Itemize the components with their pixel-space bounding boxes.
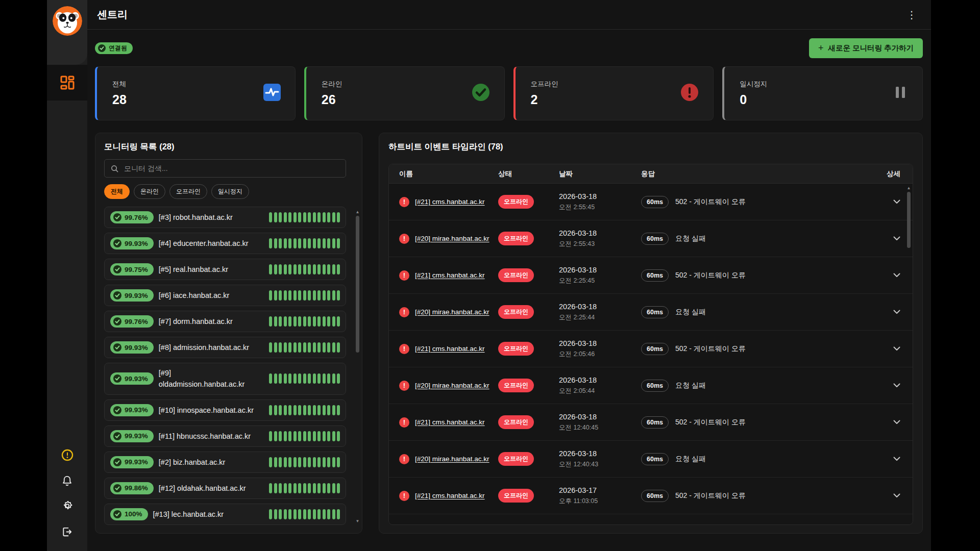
chevron-down-icon[interactable]: [893, 273, 900, 278]
stat-label: 일시정지: [740, 80, 767, 89]
heartbeat-bar: [293, 509, 297, 519]
monitor-link[interactable]: [#21] cms.hanbat.ac.kr: [415, 492, 485, 499]
heartbeat-bar: [313, 373, 316, 384]
monitor-search-input[interactable]: [123, 164, 339, 173]
heartbeat-table: 이름상태날짜응답상세 ![#21] cms.hanbat.ac.kr오프라인20…: [388, 164, 913, 525]
event-time: 오전 2:55:43: [559, 240, 641, 248]
chevron-down-icon[interactable]: [893, 383, 900, 388]
heartbeat-bar: [308, 264, 311, 274]
monitor-list-item[interactable]: 99.93%[#8] admission.hanbat.ac.kr: [104, 337, 346, 358]
check-circle-icon: [113, 239, 121, 247]
add-monitor-button[interactable]: + 새로운 모니터링 추가하기: [809, 38, 923, 58]
monitor-link[interactable]: [#21] cms.hanbat.ac.kr: [415, 198, 485, 206]
kebab-menu-icon[interactable]: ⋮: [903, 8, 920, 22]
monitor-list-item[interactable]: 99.75%[#5] real.hanbat.ac.kr: [104, 259, 346, 280]
event-time: 오전 12:40:45: [559, 423, 641, 432]
heartbeat-bar: [298, 509, 301, 519]
heartbeat-bar: [298, 316, 301, 327]
monitor-list-item[interactable]: 99.93%[#9]oldadmission.hanbat.ac.kr: [104, 363, 346, 395]
heartbeat-bar: [293, 238, 297, 248]
timeline-row: ![#21] cms.hanbat.ac.kr오프라인2026-03-17오후 …: [389, 478, 913, 514]
filter-chip-오프라인[interactable]: 오프라인: [169, 184, 207, 199]
event-date: 2026-03-18: [559, 229, 641, 237]
monitor-list-item[interactable]: 99.86%[#12] oldahak.hanbat.ac.kr: [104, 478, 346, 499]
monitor-link[interactable]: [#21] cms.hanbat.ac.kr: [415, 345, 485, 353]
scroll-up-icon[interactable]: ▲: [356, 210, 360, 215]
sidebar-item-dashboard[interactable]: [47, 65, 87, 101]
heartbeat-bar: [308, 238, 311, 248]
filter-chip-일시정지[interactable]: 일시정지: [211, 184, 249, 199]
chevron-down-icon[interactable]: [893, 457, 900, 461]
event-date: 2026-03-17: [559, 486, 641, 494]
heartbeat-bar: [317, 316, 321, 327]
heartbeat-bar: [308, 405, 311, 415]
status-badge-offline: 오프라인: [498, 232, 534, 245]
stat-card-exclaim[interactable]: 오프라인2: [513, 66, 714, 120]
monitor-link[interactable]: [#20] mirae.hanbat.ac.kr: [415, 308, 489, 316]
monitor-link[interactable]: [#20] mirae.hanbat.ac.kr: [415, 235, 489, 242]
bell-icon[interactable]: [61, 474, 74, 487]
filter-chip-온라인[interactable]: 온라인: [134, 184, 165, 199]
timeline-title: 하트비트 이벤트 타임라인 (78): [388, 141, 913, 153]
check-circle-icon: [113, 406, 121, 414]
heartbeat-bars: [269, 316, 340, 327]
timeline-scrollbar[interactable]: ▲: [906, 186, 911, 522]
heartbeat-bar: [337, 373, 340, 384]
chevron-down-icon[interactable]: [893, 493, 900, 498]
heartbeat-bar: [308, 316, 311, 327]
filter-chip-전체[interactable]: 전체: [104, 184, 130, 199]
heartbeat-bar: [337, 342, 340, 353]
check-circle-icon: [113, 458, 121, 466]
monitor-link[interactable]: [#21] cms.hanbat.ac.kr: [415, 418, 485, 426]
heartbeat-bar: [308, 431, 311, 441]
status-badge-offline: 오프라인: [498, 452, 534, 466]
uptime-badge: 99.86%: [110, 482, 154, 494]
monitor-list-scrollbar[interactable]: ▲ ▼: [355, 210, 360, 524]
error-message: 요청 실패: [675, 455, 706, 464]
alert-icon[interactable]: [61, 449, 74, 461]
monitor-list-item[interactable]: 99.76%[#3] robot.hanbat.ac.kr: [104, 207, 346, 228]
monitor-link[interactable]: [#21] cms.hanbat.ac.kr: [415, 271, 485, 279]
settings-gear-icon[interactable]: [61, 500, 74, 512]
table-header: 이름상태날짜응답상세: [389, 164, 913, 184]
stat-card-check[interactable]: 온라인26: [304, 66, 505, 120]
stat-card-pulse[interactable]: 전체28: [95, 66, 296, 120]
heartbeat-bar: [332, 212, 335, 222]
heartbeat-bar: [327, 373, 330, 384]
monitor-list-item[interactable]: 99.93%[#6] iace.hanbat.ac.kr: [104, 285, 346, 306]
uptime-badge: 99.93%: [110, 289, 154, 302]
event-time: 오전 2:25:45: [559, 277, 641, 285]
heartbeat-bar: [288, 212, 291, 222]
event-time: 오후 11:03:05: [559, 497, 641, 506]
uptime-value: 99.93%: [125, 292, 148, 299]
chevron-down-icon[interactable]: [893, 420, 900, 424]
heartbeat-bar: [298, 483, 301, 493]
scroll-up-icon[interactable]: ▲: [907, 186, 911, 191]
monitor-list-item[interactable]: 99.93%[#2] biz.hanbat.ac.kr: [104, 452, 346, 473]
heartbeat-bar: [323, 316, 326, 327]
monitor-list-item[interactable]: 99.76%[#7] dorm.hanbat.ac.kr: [104, 311, 346, 332]
monitor-list-item[interactable]: 100%[#13] lec.hanbat.ac.kr: [104, 504, 346, 525]
chevron-down-icon[interactable]: [893, 310, 900, 314]
stat-card-pause[interactable]: 일시정지0: [722, 66, 923, 120]
heartbeat-bar: [327, 342, 330, 353]
monitor-list-item[interactable]: 99.93%[#11] hbnucssc.hanbat.ac.kr: [104, 425, 346, 447]
scroll-down-icon[interactable]: ▼: [356, 519, 360, 524]
logout-icon[interactable]: [61, 525, 74, 538]
monitor-list-item[interactable]: 99.93%[#4] educenter.hanbat.ac.kr: [104, 233, 346, 254]
heartbeat-bar: [332, 238, 335, 248]
error-circle-icon: !: [399, 381, 409, 391]
monitor-name: [#13] lec.hanbat.ac.kr: [153, 509, 264, 520]
timeline-row: ![#21] cms.hanbat.ac.kr오프라인2026-03-18오전 …: [389, 257, 913, 294]
main-area: 센트리 ⋮ 연결됨 + 새로운 모니터링 추가하기 전체28온라인26오프라인2…: [87, 0, 931, 551]
add-monitor-label: 새로운 모니터링 추가하기: [828, 43, 914, 53]
chevron-down-icon[interactable]: [893, 236, 900, 241]
avatar[interactable]: [53, 6, 82, 36]
chevron-down-icon[interactable]: [893, 199, 900, 204]
monitor-list-item[interactable]: 99.93%[#10] innospace.hanbat.ac.kr: [104, 399, 346, 421]
monitor-link[interactable]: [#20] mirae.hanbat.ac.kr: [415, 382, 489, 389]
response-time-badge: 60ms: [641, 196, 669, 208]
heartbeat-bars: [269, 509, 340, 519]
chevron-down-icon[interactable]: [893, 346, 900, 351]
monitor-link[interactable]: [#20] mirae.hanbat.ac.kr: [415, 455, 489, 463]
